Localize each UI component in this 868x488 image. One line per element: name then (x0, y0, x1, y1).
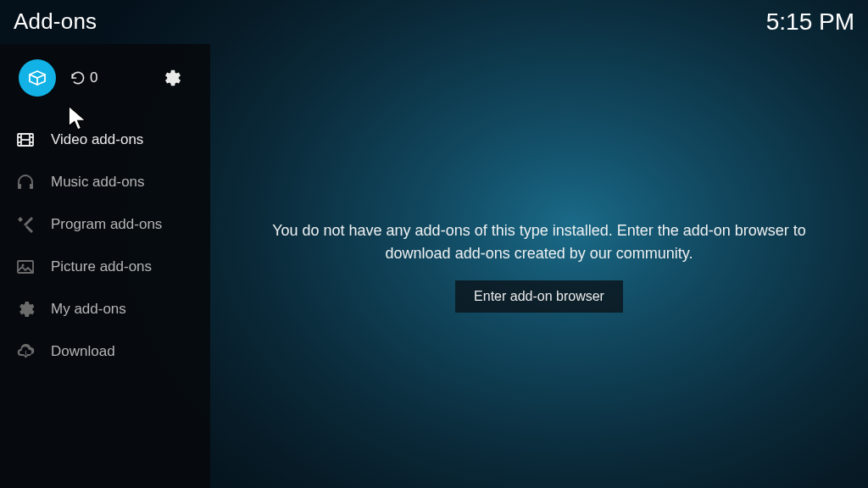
settings-button[interactable] (154, 59, 192, 97)
open-box-icon (27, 68, 47, 88)
page-title: Add-ons (14, 8, 97, 35)
sidebar-item-program-addons[interactable]: Program add-ons (0, 203, 210, 246)
sidebar-item-label: Program add-ons (51, 216, 162, 233)
headphones-icon (15, 172, 36, 192)
sidebar-item-music-addons[interactable]: Music add-ons (0, 161, 210, 203)
sidebar-item-label: Download (51, 343, 115, 360)
svg-rect-9 (30, 184, 33, 189)
empty-state-message: You do not have any add-ons of this type… (248, 219, 831, 265)
update-count: 0 (90, 69, 97, 86)
cloud-download-icon (15, 341, 36, 362)
sidebar-item-label: My add-ons (51, 301, 126, 318)
film-icon (15, 130, 36, 150)
sidebar-item-label: Picture add-ons (51, 258, 152, 275)
sidebar-item-picture-addons[interactable]: Picture add-ons (0, 246, 210, 288)
refresh-icon (70, 69, 86, 86)
app-root: Add-ons 5:15 PM (0, 0, 868, 488)
sidebar-item-my-addons[interactable]: My add-ons (0, 288, 210, 330)
addon-browser-button[interactable] (19, 59, 56, 97)
sidebar: 0 (0, 44, 210, 488)
sidebar-item-label: Video add-ons (51, 131, 143, 148)
header: Add-ons 5:15 PM (0, 0, 868, 44)
sidebar-item-label: Music add-ons (51, 174, 145, 191)
tools-icon (15, 214, 36, 235)
sidebar-item-video-addons[interactable]: Video add-ons (0, 119, 210, 161)
sidebar-item-download[interactable]: Download (0, 330, 210, 373)
gear-plus-icon (15, 299, 36, 319)
main-content: You do not have any add-ons of this type… (210, 44, 868, 488)
sidebar-toolbar: 0 (0, 44, 210, 112)
check-updates-button[interactable]: 0 (70, 59, 97, 97)
clock: 5:15 PM (766, 8, 854, 36)
image-icon (15, 257, 36, 277)
enter-addon-browser-button[interactable]: Enter add-on browser (455, 280, 623, 313)
svg-rect-8 (18, 184, 21, 189)
sidebar-menu: Video add-ons Music add-ons (0, 112, 210, 373)
gear-icon (164, 69, 182, 87)
